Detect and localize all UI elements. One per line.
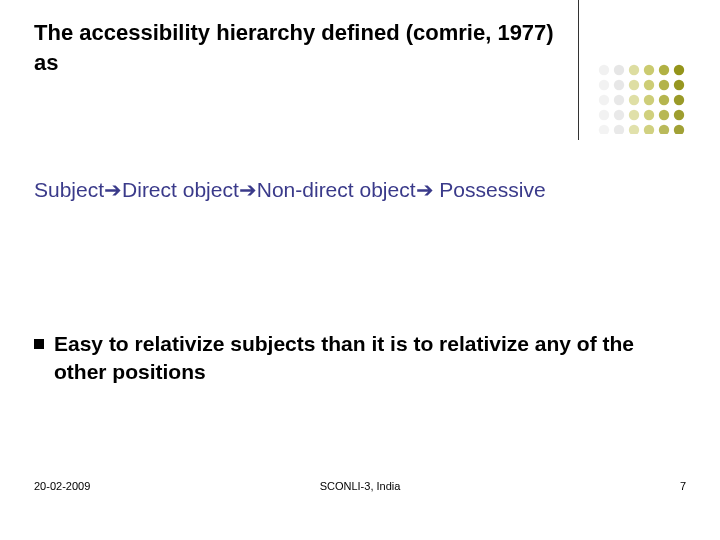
arrow-icon: ➔ [416,178,434,201]
svg-point-29 [674,125,684,134]
slide-footer: 20-02-2009 SCONLI-3, India 7 [0,480,720,492]
svg-point-16 [644,80,654,90]
svg-point-26 [674,80,684,90]
svg-point-0 [599,65,609,75]
svg-point-19 [644,125,654,134]
svg-point-11 [629,80,639,90]
svg-point-15 [644,65,654,75]
footer-venue: SCONLI-3, India [320,480,401,492]
svg-point-17 [644,95,654,105]
bullet-text: Easy to relativize subjects than it is t… [54,330,686,387]
hierarchy-line: Subject➔Direct object➔Non-direct object➔… [34,178,686,202]
svg-point-5 [614,65,624,75]
svg-point-4 [599,125,609,134]
bullet-list: Easy to relativize subjects than it is t… [34,330,686,387]
bullet-item: Easy to relativize subjects than it is t… [34,330,686,387]
header-divider [578,0,579,140]
svg-point-14 [629,125,639,134]
square-bullet-icon [34,339,44,349]
hierarchy-item: Direct object [122,178,239,201]
svg-point-22 [659,95,669,105]
svg-point-28 [674,110,684,120]
svg-point-7 [614,95,624,105]
svg-point-3 [599,110,609,120]
hierarchy-item: Non-direct object [257,178,416,201]
footer-date: 20-02-2009 [34,480,90,492]
svg-point-24 [659,125,669,134]
footer-page-number: 7 [680,480,686,492]
svg-point-23 [659,110,669,120]
svg-point-2 [599,95,609,105]
arrow-icon: ➔ [104,178,122,201]
svg-point-9 [614,125,624,134]
arrow-icon: ➔ [239,178,257,201]
svg-point-8 [614,110,624,120]
hierarchy-item: Possessive [439,178,545,201]
svg-point-10 [629,65,639,75]
svg-point-27 [674,95,684,105]
slide-title: The accessibility hierarchy defined (com… [34,18,554,77]
svg-point-18 [644,110,654,120]
decorative-dots [596,62,696,134]
svg-point-1 [599,80,609,90]
hierarchy-item: Subject [34,178,104,201]
svg-point-25 [674,65,684,75]
svg-point-20 [659,65,669,75]
svg-point-13 [629,110,639,120]
svg-point-21 [659,80,669,90]
svg-point-12 [629,95,639,105]
svg-point-6 [614,80,624,90]
